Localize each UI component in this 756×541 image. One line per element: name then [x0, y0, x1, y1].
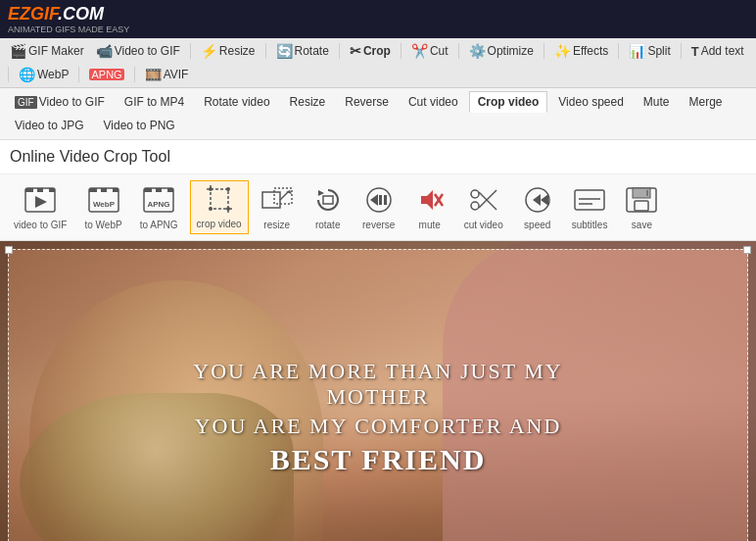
crop-dim-left [0, 249, 8, 541]
tool-mute-icon [413, 186, 447, 218]
tab-video-to-png[interactable]: Video to PNG [95, 115, 184, 136]
tool-video-to-gif-label: video to GIF [14, 220, 67, 230]
tab-video-to-jpg[interactable]: Video to JPG [6, 115, 93, 136]
divider [401, 43, 402, 59]
nav-apng[interactable]: APNG [85, 67, 127, 82]
optimize-icon: ⚙️ [469, 43, 486, 59]
nav-gif-maker[interactable]: 🎬 GIF Maker [6, 41, 88, 61]
add-text-icon: T [691, 44, 699, 59]
tab-rotate-video[interactable]: Rotate video [195, 91, 278, 113]
crop-handle-top-right[interactable] [743, 246, 751, 254]
crop-handle-top-left[interactable] [5, 246, 13, 254]
tool-speed-icon [521, 186, 554, 218]
svg-point-37 [471, 190, 479, 198]
tool-reverse[interactable]: reverse [356, 182, 402, 234]
tool-apng-icon: APNG [142, 186, 175, 218]
tool-crop-label: crop video [197, 219, 242, 229]
toolbar: video to GIF WebP to WebP APNG to APNG [0, 174, 756, 241]
tool-cut-video[interactable]: cut video [458, 182, 509, 234]
tool-speed[interactable]: speed [515, 182, 560, 234]
divider [681, 43, 682, 59]
divider [543, 43, 544, 59]
tool-mute[interactable]: mute [407, 182, 452, 234]
page-title: Online Video Crop Tool [0, 140, 756, 174]
tab-resize[interactable]: Resize [281, 91, 335, 113]
tab-crop-video[interactable]: Crop video [469, 91, 548, 113]
tool-subtitles-label: subtitles [572, 220, 608, 230]
tool-to-apng[interactable]: APNG to APNG [134, 182, 184, 234]
divider [339, 43, 340, 59]
tab-gif-to-mp4[interactable]: GIF to MP4 [116, 91, 193, 113]
tool-video-to-gif[interactable]: video to GIF [8, 182, 72, 234]
svg-rect-8 [113, 188, 118, 192]
svg-point-38 [471, 202, 479, 210]
rotate-icon: 🔄 [276, 43, 293, 59]
svg-rect-24 [262, 192, 280, 208]
nav-crop[interactable]: ✂ Crop [346, 41, 395, 61]
resize-icon: ⚡ [201, 43, 217, 59]
svg-rect-2 [37, 188, 43, 192]
svg-rect-13 [167, 188, 173, 192]
divider [134, 67, 135, 82]
tab-video-to-gif[interactable]: GIFVideo to GIF [6, 91, 114, 113]
tab-mute[interactable]: Mute [635, 91, 679, 113]
tool-resize[interactable]: resize [255, 182, 300, 234]
svg-marker-4 [35, 196, 47, 208]
webp-icon: 🌐 [19, 67, 35, 82]
video-area[interactable]: YOU ARE MORE THAN JUST MY MOTHER YOU ARE… [0, 241, 756, 541]
divider [78, 67, 79, 82]
svg-rect-33 [384, 195, 387, 205]
svg-point-23 [226, 207, 230, 211]
top-navigation: 🎬 GIF Maker 📹 Video to GIF ⚡ Resize 🔄 Ro… [0, 38, 756, 88]
tool-apng-label: to APNG [140, 220, 178, 230]
tool-crop-video[interactable]: crop video [190, 180, 249, 234]
svg-line-39 [479, 192, 496, 210]
crop-dim-top [0, 241, 756, 249]
tab-video-speed[interactable]: Video speed [549, 91, 633, 113]
nav-avif[interactable]: 🎞️ AVIF [141, 65, 193, 84]
svg-rect-44 [575, 190, 604, 210]
tool-save-icon [625, 186, 658, 218]
nav-rotate[interactable]: 🔄 Rotate [272, 41, 333, 61]
second-navigation: GIFVideo to GIF GIF to MP4 Rotate video … [0, 88, 756, 140]
apng-icon: APNG [89, 69, 123, 80]
svg-line-40 [479, 190, 496, 208]
svg-rect-3 [49, 188, 55, 192]
tool-rotate-label: rotate [315, 220, 341, 230]
svg-rect-7 [101, 188, 107, 192]
svg-rect-11 [144, 188, 152, 192]
header: EZGIF.COM ANIMATED GIFS MADE EASY [0, 0, 756, 38]
svg-marker-42 [533, 194, 541, 206]
tool-save[interactable]: save [619, 182, 664, 234]
nav-webp[interactable]: 🌐 WebP [15, 65, 72, 84]
svg-marker-34 [421, 190, 433, 210]
nav-video-to-gif[interactable]: 📹 Video to GIF [92, 41, 184, 61]
nav-resize[interactable]: ⚡ Resize [197, 41, 260, 61]
tool-subtitles[interactable]: subtitles [566, 182, 614, 234]
crop-overlay [0, 241, 756, 541]
svg-rect-49 [635, 201, 648, 211]
nav-split[interactable]: 📊 Split [625, 41, 674, 61]
tab-reverse[interactable]: Reverse [336, 91, 398, 113]
logo[interactable]: EZGIF.COM [8, 4, 129, 25]
tool-to-webp[interactable]: WebP to WebP [78, 182, 127, 234]
svg-marker-43 [541, 194, 548, 206]
nav-add-text[interactable]: T Add text [687, 42, 748, 61]
nav-effects[interactable]: ✨ Effects [550, 41, 612, 61]
svg-rect-12 [156, 188, 162, 192]
svg-rect-50 [646, 190, 648, 196]
nav-cut[interactable]: ✂️ Cut [407, 41, 452, 61]
tool-save-label: save [632, 220, 652, 230]
crop-box[interactable] [8, 249, 748, 541]
tab-merge[interactable]: Merge [681, 91, 732, 113]
svg-rect-15 [211, 189, 228, 209]
tool-video-to-gif-icon [24, 186, 57, 218]
tab-cut-video[interactable]: Cut video [400, 91, 467, 113]
nav-optimize[interactable]: ⚙️ Optimize [465, 41, 538, 61]
svg-text:WebP: WebP [93, 200, 116, 209]
svg-line-26 [280, 192, 288, 200]
svg-rect-32 [379, 195, 382, 205]
tool-webp-icon: WebP [87, 186, 120, 218]
tool-rotate[interactable]: rotate [306, 182, 351, 234]
divider [265, 43, 266, 59]
